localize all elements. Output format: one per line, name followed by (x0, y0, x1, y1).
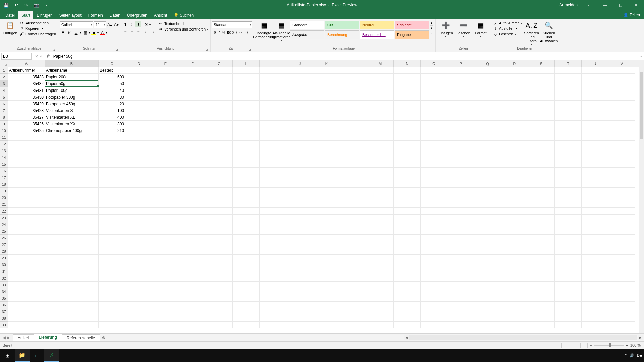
cell[interactable] (555, 87, 582, 94)
cell[interactable] (555, 94, 582, 101)
cell[interactable] (8, 268, 45, 275)
cell[interactable] (286, 74, 313, 80)
wrap-text-button[interactable]: ↩Textumbruch (158, 21, 208, 26)
row-header[interactable]: 24 (0, 221, 8, 228)
paste-button[interactable]: 📋 Einfügen▾ (1, 20, 19, 39)
align-middle-icon[interactable]: ↕ (129, 21, 135, 27)
cell[interactable] (501, 208, 528, 215)
cell[interactable] (206, 315, 233, 322)
cell[interactable] (608, 188, 635, 194)
cell[interactable] (286, 80, 313, 87)
cell[interactable] (206, 101, 233, 107)
cell[interactable] (608, 194, 635, 201)
cell[interactable] (501, 168, 528, 174)
col-header[interactable]: S (528, 60, 555, 67)
cell[interactable] (260, 94, 286, 101)
cell[interactable] (233, 241, 260, 248)
cell[interactable] (260, 235, 286, 241)
cell[interactable] (501, 315, 528, 322)
cell[interactable] (233, 215, 260, 221)
cell[interactable] (313, 147, 340, 154)
cell[interactable] (608, 308, 635, 315)
cell[interactable] (501, 248, 528, 255)
cell[interactable] (582, 121, 608, 127)
vertical-scrollbar[interactable] (639, 67, 644, 333)
cell[interactable] (474, 101, 501, 107)
cell[interactable] (99, 208, 125, 215)
cell[interactable] (152, 174, 179, 181)
cell[interactable] (528, 74, 555, 80)
cell[interactable] (367, 101, 394, 107)
cell[interactable] (152, 181, 179, 188)
cell[interactable] (421, 188, 447, 194)
cell[interactable] (233, 154, 260, 161)
cell[interactable] (45, 228, 99, 235)
cell[interactable] (260, 288, 286, 295)
cell[interactable] (206, 80, 233, 87)
cell[interactable] (125, 101, 152, 107)
cell[interactable] (421, 308, 447, 315)
cell[interactable] (555, 121, 582, 127)
cell[interactable] (233, 235, 260, 241)
sheet-tab-lieferung[interactable]: Lieferung (34, 334, 62, 341)
clear-button[interactable]: ◇Löschen ▾ (493, 32, 522, 36)
cell[interactable] (260, 248, 286, 255)
row-header[interactable]: 3 (0, 80, 8, 87)
cell[interactable] (45, 208, 99, 215)
cell[interactable] (447, 308, 474, 315)
cell[interactable] (286, 168, 313, 174)
cell[interactable] (45, 248, 99, 255)
cell[interactable] (99, 282, 125, 288)
cell[interactable] (394, 80, 421, 87)
cell[interactable] (474, 168, 501, 174)
col-header[interactable]: L (340, 60, 367, 67)
cell[interactable] (608, 241, 635, 248)
cell[interactable] (125, 235, 152, 241)
cell[interactable] (286, 295, 313, 302)
fx-icon[interactable]: fx (45, 54, 52, 59)
cell[interactable] (555, 268, 582, 275)
cell[interactable] (528, 168, 555, 174)
cell[interactable] (313, 308, 340, 315)
cell[interactable] (260, 282, 286, 288)
cell[interactable] (367, 74, 394, 80)
cell[interactable] (260, 121, 286, 127)
cell[interactable] (179, 154, 206, 161)
cell[interactable] (447, 221, 474, 228)
cell[interactable] (45, 154, 99, 161)
cell[interactable] (8, 322, 45, 328)
cell[interactable] (367, 228, 394, 235)
cell[interactable] (421, 228, 447, 235)
cell[interactable] (233, 248, 260, 255)
cell[interactable] (501, 147, 528, 154)
cell[interactable] (8, 134, 45, 141)
row-header[interactable]: 21 (0, 201, 8, 208)
cell[interactable] (501, 221, 528, 228)
maximize-icon[interactable]: ▢ (614, 0, 627, 10)
cell[interactable] (474, 107, 501, 114)
cell[interactable] (260, 315, 286, 322)
cell[interactable] (555, 147, 582, 154)
cell[interactable] (528, 194, 555, 201)
cell[interactable] (286, 141, 313, 147)
cell[interactable] (582, 255, 608, 261)
cell[interactable] (179, 114, 206, 121)
cell[interactable] (421, 154, 447, 161)
cell[interactable] (313, 161, 340, 168)
cell[interactable]: 35427 (8, 114, 45, 121)
cell[interactable] (555, 215, 582, 221)
cell[interactable] (501, 127, 528, 134)
cell[interactable] (367, 141, 394, 147)
cell[interactable] (179, 188, 206, 194)
cell[interactable] (528, 261, 555, 268)
tray-chevron-icon[interactable]: ˄ (625, 353, 627, 358)
cell[interactable] (528, 181, 555, 188)
cell[interactable] (608, 322, 635, 328)
cell[interactable] (260, 221, 286, 228)
cell[interactable] (394, 308, 421, 315)
row-header[interactable]: 5 (0, 94, 8, 101)
cell[interactable] (501, 201, 528, 208)
cell[interactable] (555, 194, 582, 201)
cell[interactable] (528, 275, 555, 282)
cell[interactable] (125, 174, 152, 181)
